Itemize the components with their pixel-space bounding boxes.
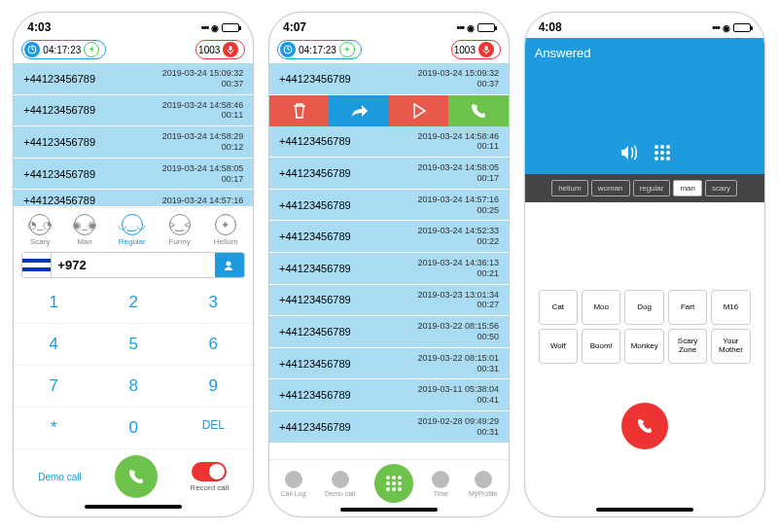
sound-button-boom-[interactable]: Boom! bbox=[582, 329, 620, 364]
key-4[interactable]: 4 bbox=[14, 324, 93, 366]
call-number: +44123456789 bbox=[279, 263, 351, 274]
key-3[interactable]: 3 bbox=[173, 282, 253, 324]
sound-button-wolf[interactable]: Wolf bbox=[539, 329, 578, 364]
sound-button-scary-zone[interactable]: Scary Zone bbox=[668, 329, 707, 364]
voice-label: Regular bbox=[119, 237, 146, 246]
record-toggle[interactable]: Record call bbox=[190, 462, 229, 492]
phone-prefix[interactable]: +972 bbox=[52, 253, 215, 277]
key-0[interactable]: 0 bbox=[93, 408, 173, 449]
voice-chip-scary[interactable]: scary bbox=[705, 180, 737, 196]
call-timestamp: 2019-03-23 13:01:3400:27 bbox=[417, 290, 499, 311]
voice-option-regular[interactable]: ◡‿◡Regular bbox=[119, 214, 146, 246]
voice-face-icon: ✦ bbox=[215, 214, 236, 235]
delete-button[interactable] bbox=[269, 95, 330, 126]
call-button[interactable] bbox=[115, 455, 158, 498]
toggle-switch-icon[interactable] bbox=[192, 462, 227, 481]
share-button[interactable] bbox=[329, 95, 389, 126]
key-2[interactable]: 2 bbox=[93, 282, 173, 324]
call-log-row[interactable]: +441234567892019-03-24 15:09:3200:37 bbox=[14, 63, 253, 95]
call-number: +44123456789 bbox=[279, 199, 351, 211]
timer-pill[interactable]: 04:17:23 + bbox=[277, 40, 362, 59]
key-6[interactable]: 6 bbox=[173, 324, 253, 366]
key-8[interactable]: 8 bbox=[93, 366, 173, 408]
call-log-row[interactable]: +441234567892019-03-24 14:36:1300:21 bbox=[269, 253, 509, 285]
voice-chip-helium[interactable]: helium bbox=[551, 180, 588, 196]
call-back-button[interactable] bbox=[448, 95, 509, 126]
call-number: +44123456789 bbox=[279, 73, 351, 85]
contacts-button[interactable] bbox=[215, 253, 244, 277]
svg-point-2 bbox=[227, 261, 231, 266]
call-log-row[interactable]: +441234567892019-03-24 14:58:0500:17 bbox=[14, 159, 253, 191]
tab-myprofile[interactable]: MyProfile bbox=[469, 471, 497, 497]
country-flag-button[interactable] bbox=[22, 253, 52, 277]
call-log-row[interactable]: +441234567892019-03-22 08:15:5600:50 bbox=[269, 316, 509, 348]
tab-icon bbox=[475, 471, 492, 488]
key-7[interactable]: 7 bbox=[14, 366, 93, 408]
call-log-row[interactable]: +441234567892019-03-24 15:09:3200:37 bbox=[269, 63, 509, 95]
credits-pill[interactable]: 1003 bbox=[195, 40, 245, 59]
call-number: +44123456789 bbox=[279, 135, 351, 147]
call-log-row[interactable]: +441234567892019-03-24 14:58:4600:11 bbox=[269, 126, 509, 159]
hangup-button[interactable] bbox=[621, 403, 668, 449]
phone-screen-active-call: 4:08 Answered heliumwomanregularmanscary… bbox=[524, 12, 765, 517]
call-status-label: Answered bbox=[535, 46, 755, 60]
key-1[interactable]: 1 bbox=[14, 282, 93, 324]
call-log-row[interactable]: +441234567892019-03-24 14:52:3300:22 bbox=[269, 221, 509, 253]
phone-screen-dialer: 4:03 04:17:23 + 1003 +441234567892019-03… bbox=[13, 12, 254, 517]
sound-button-monkey[interactable]: Monkey bbox=[624, 329, 663, 364]
home-indicator[interactable] bbox=[85, 505, 182, 509]
status-bar: 4:03 bbox=[14, 13, 253, 38]
call-timestamp: 2019-03-24 14:58:0500:17 bbox=[162, 163, 244, 185]
voice-option-man[interactable]: ◉_◉Man bbox=[74, 214, 95, 246]
call-number: +44123456789 bbox=[279, 421, 351, 433]
key-DEL[interactable]: DEL bbox=[173, 408, 253, 449]
home-indicator[interactable] bbox=[340, 508, 438, 512]
call-timestamp: 2019-03-24 14:58:0500:17 bbox=[417, 162, 499, 184]
voice-chip-regular[interactable]: regular bbox=[633, 180, 671, 196]
sound-button-moo[interactable]: Moo bbox=[582, 290, 620, 325]
keypad-button[interactable] bbox=[654, 145, 670, 160]
call-log-row[interactable]: +441234567892019-02-28 09:49:2900:31 bbox=[269, 411, 509, 443]
voice-option-helium[interactable]: ✦Helium bbox=[214, 214, 238, 246]
call-log-row[interactable]: +441234567892019-03-24 14:57:16 bbox=[14, 190, 253, 207]
home-indicator[interactable] bbox=[596, 508, 693, 512]
credits-pill[interactable]: 1003 bbox=[451, 40, 501, 59]
credits-value: 1003 bbox=[454, 45, 476, 55]
tab-dial[interactable] bbox=[374, 464, 413, 503]
sound-button-m16[interactable]: M16 bbox=[711, 290, 750, 325]
sound-button-your-mother[interactable]: Your Mother bbox=[711, 329, 750, 364]
call-log-row[interactable]: +441234567892019-03-24 14:57:1600:25 bbox=[269, 190, 509, 222]
add-time-icon[interactable]: + bbox=[339, 42, 355, 57]
key-5[interactable]: 5 bbox=[93, 324, 173, 366]
add-time-icon[interactable]: + bbox=[84, 42, 99, 57]
call-log-row[interactable]: +441234567892019-03-24 14:58:2900:12 bbox=[14, 126, 253, 159]
call-number: +44123456789 bbox=[279, 389, 351, 401]
call-number: +44123456789 bbox=[279, 231, 351, 242]
timer-pill[interactable]: 04:17:23 + bbox=[21, 40, 106, 59]
sound-button-dog[interactable]: Dog bbox=[624, 290, 663, 325]
voice-option-scary[interactable]: ◔_◔Scary bbox=[29, 214, 51, 246]
key-9[interactable]: 9 bbox=[173, 366, 253, 408]
key-*[interactable]: * bbox=[14, 408, 93, 449]
speaker-button[interactable] bbox=[619, 143, 641, 162]
tab-demo-call[interactable]: Demo call bbox=[325, 471, 355, 497]
tab-call-log[interactable]: Call Log bbox=[281, 471, 306, 497]
voice-chip-man[interactable]: man bbox=[673, 180, 702, 196]
voice-chip-woman[interactable]: woman bbox=[591, 180, 630, 196]
call-log-list: +441234567892019-03-24 15:09:3200:37 +44… bbox=[269, 63, 509, 459]
call-log-row[interactable]: +441234567892019-03-24 14:58:4600:11 bbox=[14, 95, 253, 127]
call-log-row[interactable]: +441234567892019-03-24 14:58:0500:17 bbox=[269, 158, 509, 190]
mic-icon bbox=[478, 42, 494, 57]
play-button[interactable] bbox=[389, 95, 449, 126]
call-log-row[interactable]: +441234567892019-03-22 08:15:0100:31 bbox=[269, 348, 509, 380]
battery-icon bbox=[733, 23, 751, 32]
call-log-row[interactable]: +441234567892019-03-11 05:38:0400:41 bbox=[269, 379, 509, 411]
call-number: +44123456789 bbox=[23, 136, 95, 148]
sound-button-fart[interactable]: Fart bbox=[668, 290, 707, 325]
sound-button-cat[interactable]: Cat bbox=[539, 290, 578, 325]
tab-time[interactable]: Time bbox=[432, 471, 449, 497]
voice-option-funny[interactable]: >‿<Funny bbox=[169, 214, 191, 246]
call-log-row[interactable]: +441234567892019-03-23 13:01:3400:27 bbox=[269, 285, 509, 317]
call-timestamp: 2019-02-28 09:49:2900:31 bbox=[417, 416, 499, 438]
demo-call-button[interactable]: Demo call bbox=[38, 472, 81, 482]
